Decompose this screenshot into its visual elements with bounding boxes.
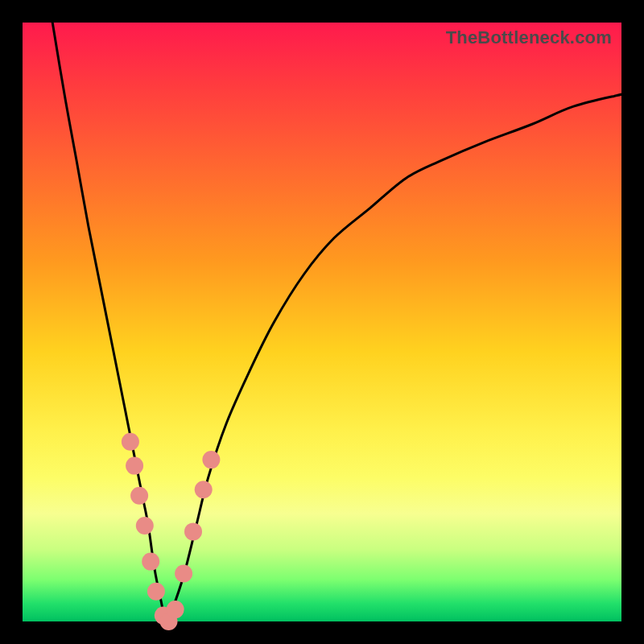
- curve-marker: [130, 487, 148, 505]
- plot-area: TheBottleneck.com: [23, 23, 621, 621]
- curve-marker: [142, 553, 159, 571]
- curve-marker: [202, 451, 220, 469]
- curve-marker: [136, 517, 154, 535]
- bottleneck-curve: [52, 23, 621, 621]
- curve-marker: [175, 565, 192, 583]
- curve-marker: [126, 457, 143, 475]
- curve-marker: [122, 433, 139, 451]
- curve-layer: [23, 23, 621, 621]
- curve-marker: [147, 583, 165, 601]
- curve-marker: [184, 522, 202, 540]
- curve-markers: [122, 433, 221, 630]
- curve-marker: [167, 601, 184, 618]
- curve-marker: [195, 481, 213, 498]
- chart-frame: TheBottleneck.com: [0, 0, 644, 644]
